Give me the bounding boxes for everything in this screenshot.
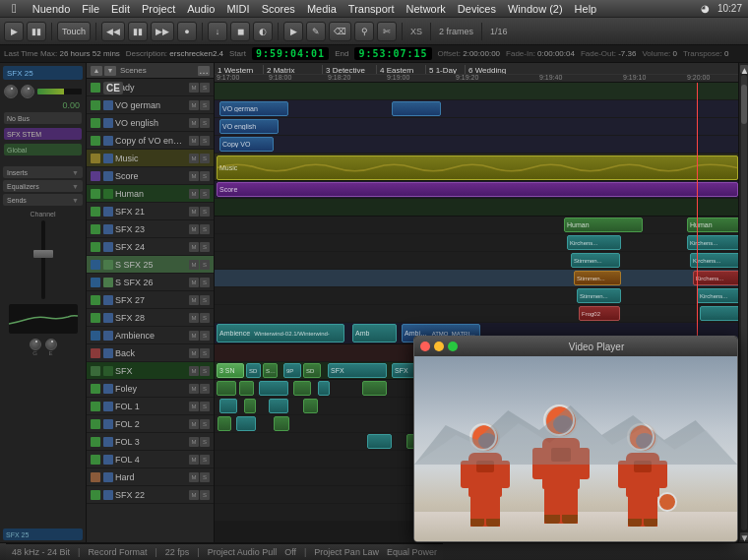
scene-mute-foley[interactable]: M [189, 384, 199, 394]
scene-row-sfx22[interactable]: SFX 22 M S [87, 486, 214, 504]
toolbar-select[interactable]: ▶ [283, 22, 303, 41]
clip-human-2[interactable]: Human [687, 218, 738, 232]
clip-sfx-f1[interactable]: 3 SN [217, 363, 244, 378]
scene-mute-vo[interactable]: M [189, 100, 199, 110]
clip-sfx26[interactable]: Stimmen... [577, 288, 621, 303]
toolbar-btn-8[interactable]: ◼ [230, 22, 250, 41]
scene-mute-sfx26[interactable]: M [189, 278, 199, 287]
scene-solo-voe[interactable]: S [200, 118, 210, 128]
clip-foley-1[interactable] [217, 381, 236, 396]
menu-window[interactable]: Window (2) [502, 3, 569, 15]
clip-sfx-f4[interactable]: 9P [283, 363, 301, 378]
scene-mute-sfx-folder[interactable]: M [189, 366, 199, 376]
scene-row-fol2[interactable]: FOL 2 M S [87, 415, 214, 433]
clip-sfx25-1[interactable]: Stimmen... [574, 271, 621, 285]
clip-sfx23-1[interactable]: Kirchens... [567, 235, 621, 250]
scene-mute-sfx27[interactable]: M [189, 295, 199, 305]
toolbar-btn-2[interactable]: ▮▮ [27, 22, 46, 41]
scene-row-music[interactable]: Music M S [87, 150, 214, 167]
scene-solo-sfx26[interactable]: S [200, 278, 210, 287]
clip-ambience-1[interactable]: AmbienceWinterwind-02.1/Winterwind- [217, 324, 344, 342]
scene-row-fol1[interactable]: FOL 1 M S [87, 398, 214, 415]
global-box[interactable]: Global [4, 144, 82, 156]
scene-mute-human[interactable]: M [189, 189, 199, 199]
scene-mute-ambience[interactable]: M [189, 331, 199, 341]
clip-sfx-f5[interactable]: SD [303, 363, 321, 378]
right-scrollbar[interactable]: ▲ ▼ [738, 63, 748, 542]
scene-row-sfx-folder[interactable]: SFX M S [87, 362, 214, 380]
scene-row-back[interactable]: Back M S [87, 344, 214, 362]
scene-solo-fol4[interactable]: S [200, 455, 210, 465]
toolbar-btn-5[interactable]: ▶▶ [151, 22, 174, 41]
scene-mute-score[interactable]: M [189, 171, 199, 181]
scene-mute-sfx22[interactable]: M [189, 490, 199, 500]
scene-header-btn1[interactable]: ▲ [91, 66, 102, 76]
video-minimize-button[interactable] [434, 342, 444, 351]
menu-file[interactable]: File [76, 3, 105, 15]
touch-button[interactable]: Touch [57, 22, 91, 41]
scene-mute-fol4[interactable]: M [189, 455, 199, 465]
scene-solo-vo[interactable]: S [200, 100, 210, 110]
clip-sfx23-2[interactable]: Kirchens... [687, 235, 738, 250]
clip-fol1-4[interactable] [303, 399, 318, 413]
clip-fol2-3[interactable] [274, 416, 289, 431]
scene-mute-hard[interactable]: M [189, 472, 199, 482]
scene-solo-lady[interactable]: S [200, 83, 210, 93]
scene-solo-sfx-folder[interactable]: S [200, 366, 210, 376]
timeline-ruler[interactable]: 1 Western 2 Matrix 3 Detective 4 Eastern… [215, 63, 738, 83]
scene-mute-lady[interactable]: M [189, 83, 199, 93]
scene-solo-fol1[interactable]: S [200, 402, 210, 411]
scene-row-foley[interactable]: Foley M S [87, 380, 214, 398]
clip-human-1[interactable]: Human [564, 218, 643, 232]
scene-solo-back[interactable]: S [200, 348, 210, 358]
menu-help[interactable]: Help [569, 3, 603, 15]
scene-solo-sfx22[interactable]: S [200, 490, 210, 500]
scene-solo-fol2[interactable]: S [200, 419, 210, 429]
e-knob[interactable] [45, 339, 57, 350]
scrollbar-up[interactable]: ▲ [740, 65, 748, 73]
scene-solo-sfx23[interactable]: S [200, 224, 210, 234]
scene-row-human[interactable]: Human M S [87, 185, 214, 203]
clip-foley-2[interactable] [239, 381, 254, 396]
toolbar-pencil[interactable]: ✎ [306, 22, 326, 41]
equalizers-label[interactable]: Equalizers ▼ [3, 180, 83, 192]
menu-nuendo[interactable]: Nuendo [27, 3, 77, 15]
scene-solo-fol3[interactable]: S [200, 437, 210, 447]
scene-solo-score[interactable]: S [200, 171, 210, 181]
scene-solo-foley[interactable]: S [200, 384, 210, 394]
scene-header-btn2[interactable]: ▼ [104, 66, 116, 76]
clip-sfx-f6[interactable]: SFX [328, 363, 387, 378]
g-knob[interactable] [30, 339, 41, 350]
scene-row-sfx24[interactable]: SFX 24 M S [87, 238, 214, 256]
scene-solo-ambience[interactable]: S [200, 331, 210, 341]
clip-foley-6[interactable] [362, 381, 387, 396]
scene-mute-music[interactable]: M [189, 154, 199, 163]
scene-mute-fol2[interactable]: M [189, 419, 199, 429]
clip-fol1-2[interactable] [244, 399, 256, 413]
scene-header-menu[interactable]: … [198, 66, 210, 76]
clip-fol2-1[interactable] [218, 416, 231, 431]
clip-vo-german-2[interactable] [392, 101, 441, 116]
clip-music-main[interactable]: Music [217, 156, 738, 180]
menu-media[interactable]: Media [301, 3, 343, 15]
scrollbar-thumb[interactable] [741, 85, 747, 124]
clip-foley-3[interactable] [259, 381, 288, 396]
scene-mute-sfx28[interactable]: M [189, 313, 199, 323]
knob-vol[interactable] [21, 85, 34, 98]
menu-midi[interactable]: MIDI [220, 3, 255, 15]
scene-solo-music[interactable]: S [200, 154, 210, 163]
scene-row-sfx26[interactable]: S SFX 26 M S [87, 274, 214, 291]
clip-vo-german-1[interactable]: VO german [219, 101, 288, 116]
scene-row-vo-german[interactable]: VO german M S [87, 96, 214, 114]
scene-mute-fol1[interactable]: M [189, 402, 199, 411]
apple-menu[interactable]:  [6, 1, 23, 16]
menu-edit[interactable]: Edit [105, 3, 136, 15]
scene-row-fol4[interactable]: FOL 4 M S [87, 451, 214, 468]
toolbar-btn-6[interactable]: ● [177, 22, 197, 41]
scrollbar-down[interactable]: ▼ [740, 532, 748, 540]
sfx-stem-box[interactable]: SFX STEM [4, 128, 82, 140]
scene-solo-sfx21[interactable]: S [200, 207, 210, 217]
toolbar-cut[interactable]: ✄ [377, 22, 397, 41]
clip-sfx27-2[interactable] [700, 306, 738, 321]
clip-fol1-3[interactable] [269, 399, 288, 413]
